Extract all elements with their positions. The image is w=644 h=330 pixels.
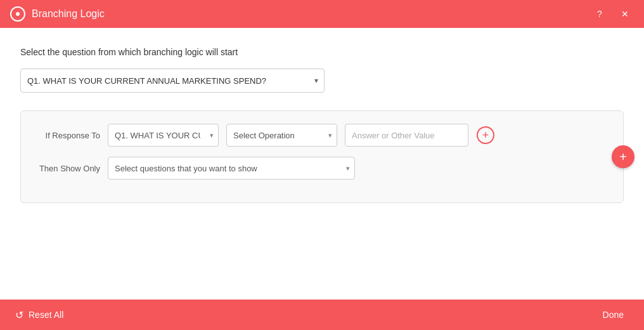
- done-label: Done: [603, 310, 624, 320]
- show-only-wrapper: Select questions that you want to show ▾: [108, 157, 355, 180]
- modal-body: Select the question from which branching…: [0, 28, 644, 300]
- close-icon: ✕: [621, 9, 629, 19]
- branching-logic-modal: Branching Logic ? ✕ Select the question …: [0, 0, 644, 330]
- answer-input[interactable]: [345, 124, 468, 147]
- branching-logo-icon: [10, 6, 25, 22]
- header-left: Branching Logic: [10, 6, 105, 22]
- help-button[interactable]: ?: [591, 5, 609, 23]
- modal-footer: ↺ Reset All Done: [0, 300, 644, 330]
- show-only-select[interactable]: Select questions that you want to show: [108, 157, 355, 180]
- question-select-wrapper: Q1. WHAT IS YOUR CURRENT ANNUAL MARKETIN…: [20, 69, 325, 93]
- if-response-row: If Response To Q1. WHAT IS YOUR CUR ▾ Se…: [34, 124, 585, 147]
- response-to-wrapper: Q1. WHAT IS YOUR CUR ▾: [108, 124, 219, 147]
- close-button[interactable]: ✕: [616, 5, 634, 23]
- then-show-label: Then Show Only: [34, 164, 100, 173]
- header-actions: ? ✕: [591, 5, 634, 23]
- logic-container: If Response To Q1. WHAT IS YOUR CUR ▾ Se…: [20, 110, 624, 203]
- then-show-row: Then Show Only Select questions that you…: [34, 157, 585, 180]
- reset-all-button[interactable]: ↺ Reset All: [15, 309, 63, 321]
- operation-wrapper: Select Operation ▾: [226, 124, 337, 147]
- response-to-select[interactable]: Q1. WHAT IS YOUR CUR: [108, 124, 219, 147]
- reset-label: Reset All: [29, 310, 63, 320]
- add-row-button[interactable]: +: [612, 145, 634, 168]
- add-row-icon: +: [619, 150, 627, 164]
- section-description: Select the question from which branching…: [20, 47, 624, 57]
- if-response-label: If Response To: [34, 131, 100, 140]
- modal-title: Branching Logic: [32, 8, 105, 20]
- reset-icon: ↺: [15, 309, 23, 321]
- done-button[interactable]: Done: [598, 307, 629, 322]
- help-icon: ?: [597, 9, 602, 19]
- question-select[interactable]: Q1. WHAT IS YOUR CURRENT ANNUAL MARKETIN…: [20, 69, 325, 93]
- add-condition-icon: +: [477, 126, 494, 144]
- add-condition-button[interactable]: +: [476, 126, 495, 145]
- modal-header: Branching Logic ? ✕: [0, 0, 644, 28]
- operation-select[interactable]: Select Operation: [226, 124, 337, 147]
